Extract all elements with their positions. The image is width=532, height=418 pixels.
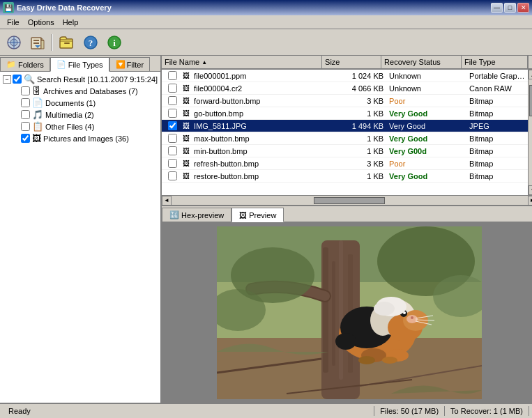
toolbar-separator xyxy=(52,34,53,51)
file-row[interactable]: 🖼 go-button.bmp 1 KB Very Good Bitmap xyxy=(162,107,527,120)
tab-folders[interactable]: 📁 Folders xyxy=(0,57,50,71)
row9-status: Very Good xyxy=(386,172,466,180)
tab-file-types[interactable]: 📄 File Types xyxy=(50,57,109,72)
close-button[interactable]: ✕ xyxy=(517,3,529,13)
row7-size: 1 KB xyxy=(327,147,386,155)
row1-check[interactable] xyxy=(162,71,183,80)
tree-item-other[interactable]: 📋 Other Files (4) xyxy=(1,121,159,132)
recover-icon xyxy=(29,34,46,51)
info-button[interactable]: i xyxy=(103,32,126,53)
row5-type: JPEG xyxy=(466,122,527,130)
file-row[interactable]: 🖼 min-button.bmp 1 KB Very G00d Bitmap xyxy=(162,145,527,157)
file-row[interactable]: 🖼 file000004.cr2 4 066 KB Unknown Canon … xyxy=(162,82,527,95)
row2-check[interactable] xyxy=(162,84,183,93)
menu-help[interactable]: Help xyxy=(59,17,83,28)
file-row[interactable]: 🖼 refresh-button.bmp 3 KB Poor Bitmap xyxy=(162,157,527,170)
col-header-type[interactable]: File Type xyxy=(462,56,527,68)
row7-name: min-button.bmp xyxy=(191,147,327,155)
row4-check[interactable] xyxy=(162,109,183,118)
row4-name: go-button.bmp xyxy=(191,109,327,118)
hscroll-right[interactable]: ► xyxy=(528,196,532,206)
open-button[interactable] xyxy=(56,32,78,53)
tree-root-checkbox[interactable] xyxy=(13,75,22,84)
row1-type: Portable Grap… xyxy=(466,72,527,80)
row3-check[interactable] xyxy=(162,96,183,105)
file-row[interactable]: 🖼 file000001.ppm 1 024 KB Unknown Portab… xyxy=(162,70,527,82)
tab-filter[interactable]: 🔽 Filter xyxy=(109,57,150,71)
tree-item-archives[interactable]: 🗄 Archives and Databases (7) xyxy=(1,85,159,97)
row2-size: 4 066 KB xyxy=(327,84,386,93)
window-title: Easy Drive Data Recovery xyxy=(17,3,112,12)
horizontal-scrollbar[interactable]: ◄ ► xyxy=(162,195,532,205)
info-icon: i xyxy=(106,34,123,51)
tab-preview[interactable]: 🖼 Preview xyxy=(231,208,284,222)
hscroll-thumb[interactable] xyxy=(314,197,385,204)
other-checkbox[interactable] xyxy=(21,122,30,131)
file-row[interactable]: 🖼 max-button.bmp 1 KB Very Good Bitmap xyxy=(162,132,527,145)
folder-tab-label: Folders xyxy=(18,61,44,69)
title-bar: 💾 Easy Drive Data Recovery — □ ✕ xyxy=(0,0,532,15)
row8-type: Bitmap xyxy=(466,160,527,168)
row8-check[interactable] xyxy=(162,159,183,168)
row2-name: file000004.cr2 xyxy=(191,84,327,93)
header-scroll-spacer xyxy=(528,56,532,68)
pictures-checkbox[interactable] xyxy=(21,134,30,143)
vscroll-up[interactable]: ▲ xyxy=(529,70,532,79)
row4-status: Very Good xyxy=(386,109,466,118)
hscroll-track[interactable] xyxy=(172,196,527,205)
right-panel: File Name ▲ Size Recovery Status File Ty… xyxy=(162,56,532,403)
row8-size: 3 KB xyxy=(327,160,386,168)
vscroll-thumb[interactable] xyxy=(529,85,532,117)
row5-check[interactable] xyxy=(162,121,183,130)
file-list[interactable]: 🖼 file000001.ppm 1 024 KB Unknown Portab… xyxy=(162,70,527,195)
tree-root[interactable]: − 🔍 Search Result [10.11.2007 9:15:24] xyxy=(1,73,159,85)
row5-icon: 🖼 xyxy=(183,122,190,130)
row3-size: 3 KB xyxy=(327,97,386,105)
multimedia-checkbox[interactable] xyxy=(21,110,30,119)
file-row[interactable]: 🖼 forward-button.bmp 3 KB Poor Bitmap xyxy=(162,95,527,107)
other-icon: 📋 xyxy=(32,121,43,132)
title-bar-left: 💾 Easy Drive Data Recovery xyxy=(3,2,112,13)
vscroll-down[interactable]: ▼ xyxy=(529,185,532,195)
hscroll-left[interactable]: ◄ xyxy=(162,196,172,206)
preview-content xyxy=(162,222,532,403)
col-type-label: File Type xyxy=(464,58,495,66)
file-row-selected[interactable]: 🖼 IMG_5811.JPG 1 494 KB Very Good JPEG xyxy=(162,120,527,132)
scan-icon xyxy=(6,34,22,51)
archives-checkbox[interactable] xyxy=(21,86,30,95)
tree-expand-root[interactable]: − xyxy=(3,75,11,84)
menu-options[interactable]: Options xyxy=(24,17,59,28)
row7-check[interactable] xyxy=(162,146,183,155)
help-button[interactable]: ? xyxy=(79,32,102,53)
menu-file[interactable]: File xyxy=(3,17,24,28)
file-types-tab-icon: 📄 xyxy=(56,60,66,69)
row6-check[interactable] xyxy=(162,134,183,143)
col-header-status[interactable]: Recovery Status xyxy=(381,56,462,68)
tree-item-documents[interactable]: 📄 Documents (1) xyxy=(1,97,159,109)
file-row[interactable]: 🖼 restore-button.bmp 1 KB Very Good Bitm… xyxy=(162,170,527,183)
tree-item-pictures[interactable]: 🖼 Pictures and Images (36) xyxy=(1,132,159,144)
maximize-button[interactable]: □ xyxy=(504,3,516,13)
filter-tab-icon: 🔽 xyxy=(116,60,126,69)
row9-check[interactable] xyxy=(162,171,183,180)
minimize-button[interactable]: — xyxy=(491,3,503,13)
filter-tab-label: Filter xyxy=(127,61,144,69)
row4-type: Bitmap xyxy=(466,109,527,118)
row5-size: 1 494 KB xyxy=(327,122,386,130)
tab-hex-preview[interactable]: 🔣 Hex-preview xyxy=(162,208,231,222)
recover-button[interactable] xyxy=(26,32,49,53)
row4-size: 1 KB xyxy=(327,109,386,118)
preview-area: 🔣 Hex-preview 🖼 Preview xyxy=(162,205,532,403)
tree-item-multimedia[interactable]: 🎵 Multimedia (2) xyxy=(1,109,159,121)
col-header-name[interactable]: File Name ▲ xyxy=(162,56,322,68)
scan-button[interactable] xyxy=(3,32,25,53)
vscroll-track[interactable] xyxy=(529,79,532,185)
col-header-size[interactable]: Size xyxy=(322,56,381,68)
svg-point-51 xyxy=(335,333,356,350)
vertical-scrollbar[interactable]: ▲ ▼ xyxy=(528,70,532,195)
row3-type: Bitmap xyxy=(466,97,527,105)
documents-checkbox[interactable] xyxy=(21,98,30,107)
tree-view[interactable]: − 🔍 Search Result [10.11.2007 9:15:24] 🗄… xyxy=(0,72,160,403)
documents-icon: 📄 xyxy=(32,98,43,108)
preview-label: Preview xyxy=(249,211,276,219)
